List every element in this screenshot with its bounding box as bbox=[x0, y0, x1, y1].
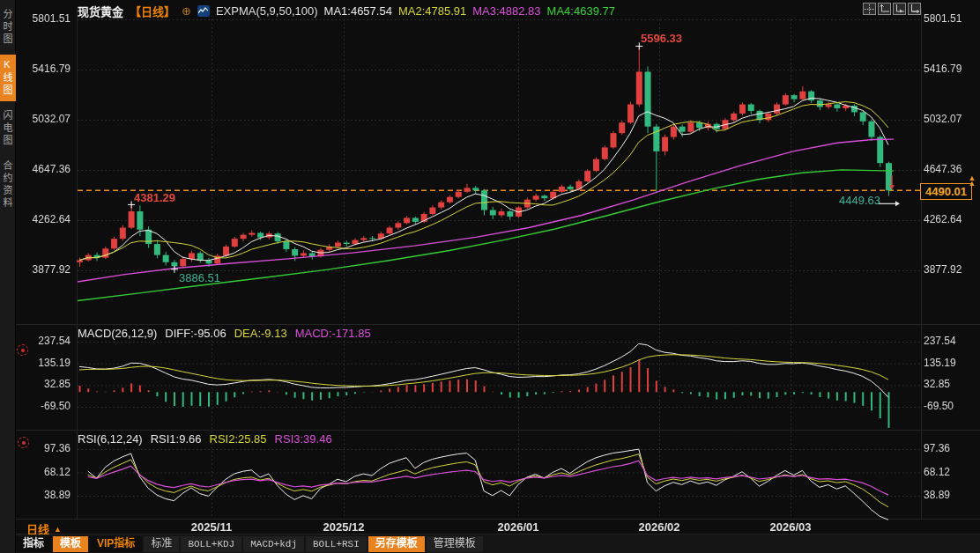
axis-tick: 32.85 bbox=[924, 378, 978, 390]
axis-tick: 237.54 bbox=[924, 335, 978, 347]
template-toolbar: 指标模板VIP指标标准BOLL+KDJMACD+kdjBOLL+RSI另存模板管… bbox=[16, 536, 483, 552]
chart-type-sidebar: 分时图K线图闪电图合约资料 bbox=[0, 0, 16, 553]
axis-tick: 4262.64 bbox=[924, 213, 978, 225]
ma1-value: MA1:4657.54 bbox=[324, 4, 392, 18]
axis-tick: 32.85 bbox=[16, 378, 71, 390]
crosshair-icon[interactable] bbox=[863, 3, 876, 15]
axis-tick: 3877.92 bbox=[16, 263, 71, 276]
ma4-value: MA4:4639.77 bbox=[547, 4, 615, 18]
macd-dea-value: DEA:-9.13 bbox=[234, 327, 287, 340]
scale-right-axis-icon[interactable] bbox=[908, 3, 921, 15]
axis-tick: 5416.79 bbox=[924, 63, 978, 75]
indicator-chart-icon[interactable] bbox=[197, 5, 210, 17]
triangle-up-icon: ▲ bbox=[54, 525, 62, 534]
axis-tick: 3877.92 bbox=[924, 263, 978, 276]
add-indicator-icon[interactable]: ⊕ bbox=[182, 4, 191, 18]
axis-tick: 5801.51 bbox=[16, 12, 71, 25]
trading-app-window: 分时图K线图闪电图合约资料 现货黄金 【日线】 ⊕ EXPMA(5,9,50,1… bbox=[0, 0, 980, 553]
swing-high-label-1: 4381.29 bbox=[134, 191, 175, 204]
axis-tick: 5416.79 bbox=[16, 63, 71, 75]
rsi-title: RSI(6,12,24) bbox=[78, 432, 143, 446]
x-axis-month-label: 2026/02 bbox=[639, 520, 680, 534]
rsi3-value: RSI3:39.46 bbox=[275, 432, 332, 446]
price-chart-canvas[interactable] bbox=[0, 0, 980, 553]
x-axis-month-label: 2025/12 bbox=[323, 520, 365, 534]
boll-kdj-template-button[interactable]: BOLL+KDJ bbox=[181, 536, 241, 552]
axis-tick: 68.12 bbox=[924, 466, 978, 478]
x-axis-month-label: 2026/01 bbox=[498, 520, 539, 534]
manage-templates-button[interactable]: 管理模板 bbox=[427, 536, 483, 552]
standard-template-button[interactable]: 标准 bbox=[144, 536, 179, 552]
vip-indicators-button[interactable]: VIP指标 bbox=[90, 536, 142, 552]
rsi-pane-header: RSI(6,12,24) RSI1:9.66 RSI2:25.85 RSI3:3… bbox=[78, 432, 332, 446]
axis-tick: 38.89 bbox=[924, 489, 978, 501]
save-as-template-button[interactable]: 另存模板 bbox=[368, 536, 425, 552]
rsi2-value: RSI2:25.85 bbox=[210, 432, 267, 446]
macd-diff-value: DIFF:-95.06 bbox=[165, 327, 226, 340]
symbol-title: 现货黄金 bbox=[78, 3, 123, 19]
axis-tick: 38.89 bbox=[16, 489, 71, 501]
sidebar-item-kline-chart[interactable]: K线图 bbox=[0, 55, 16, 101]
macd-settings-icon[interactable] bbox=[17, 344, 28, 356]
swing-high-label-2: 5596.33 bbox=[641, 32, 682, 45]
boll-rsi-template-button[interactable]: BOLL+RSI bbox=[306, 536, 367, 552]
price-alert-icon[interactable]: ▲▲ bbox=[967, 175, 977, 186]
rsi1-value: RSI1:9.66 bbox=[151, 432, 202, 446]
macd-kdj-template-button[interactable]: MACD+kdj bbox=[243, 536, 304, 552]
axis-tick: 4262.64 bbox=[16, 213, 71, 225]
macd-value: MACD:-171.85 bbox=[295, 327, 371, 340]
template-button[interactable]: 模板 bbox=[53, 536, 88, 552]
macd-pane-header: MACD(26,12,9) DIFF:-95.06 DEA:-9.13 MACD… bbox=[78, 327, 371, 340]
chart-header: 现货黄金 【日线】 ⊕ EXPMA(5,9,50,100) MA1:4657.5… bbox=[78, 3, 615, 19]
scale-bottom-axis-icon[interactable] bbox=[893, 3, 906, 15]
indicators-button[interactable]: 指标 bbox=[16, 536, 51, 552]
axis-tick: -69.50 bbox=[924, 400, 978, 412]
swing-low-label-2: 4449.63 bbox=[839, 194, 880, 207]
expma-label: EXPMA(5,9,50,100) bbox=[216, 4, 318, 18]
ma3-value: MA3:4882.83 bbox=[472, 4, 540, 18]
ma2-value: MA2:4785.91 bbox=[398, 4, 466, 18]
axis-tick: 68.12 bbox=[16, 466, 71, 478]
period-tag[interactable]: 【日线】 bbox=[130, 3, 175, 19]
axis-tick: 97.36 bbox=[924, 442, 978, 454]
axis-tick: -69.50 bbox=[16, 400, 71, 412]
sidebar-item-time-chart[interactable]: 分时图 bbox=[0, 4, 16, 50]
axis-tick: 5032.07 bbox=[16, 113, 71, 125]
swing-low-label-1: 3886.51 bbox=[179, 271, 220, 284]
macd-title: MACD(26,12,9) bbox=[78, 327, 157, 340]
sidebar-item-flash-chart[interactable]: 闪电图 bbox=[0, 106, 16, 151]
axis-tick: 135.19 bbox=[16, 357, 71, 369]
axis-tick: 5032.07 bbox=[924, 113, 978, 125]
x-axis-month-label: 2026/03 bbox=[770, 520, 812, 534]
axis-tick: 5801.51 bbox=[924, 12, 978, 25]
axis-tick: 135.19 bbox=[924, 357, 978, 369]
rsi-settings-icon[interactable] bbox=[18, 437, 29, 448]
sidebar-item-contract-info[interactable]: 合约资料 bbox=[0, 156, 16, 214]
axis-tick: 4647.36 bbox=[16, 163, 71, 175]
x-axis-month-label: 2025/11 bbox=[191, 520, 232, 534]
scale-left-axis-icon[interactable] bbox=[878, 3, 891, 15]
chart-tool-icons bbox=[863, 3, 921, 15]
last-price-tag: 4490.01 bbox=[920, 183, 972, 200]
